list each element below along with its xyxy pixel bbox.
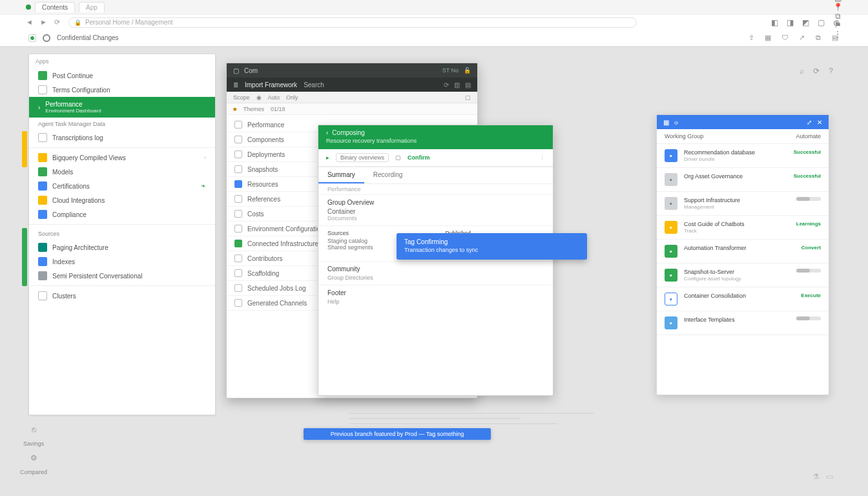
sidebar-item-terms[interactable]: Terms Configuration — [29, 83, 215, 97]
chip[interactable]: Binary overviews — [336, 153, 389, 162]
sub-label[interactable]: Themes — [243, 106, 264, 112]
col-right: Automate — [796, 133, 821, 140]
sidebar-item-bigquery[interactable]: Bigquery Compiled Views › — [29, 150, 215, 165]
tag-callout[interactable]: Tag Confirming Transaction changes to sy… — [397, 233, 587, 260]
activity-item[interactable]: ▪ Container Consolidation Execute — [657, 287, 829, 311]
help-icon[interactable]: ? — [829, 67, 833, 76]
more-icon[interactable]: ⋮ — [539, 154, 545, 161]
chip-confirm[interactable]: Confirm — [408, 154, 430, 161]
back-icon[interactable]: ◄ — [26, 18, 35, 27]
sidebar-item-label: Bigquery Compiled Views — [52, 154, 126, 161]
tab-summary[interactable]: Summary — [318, 167, 364, 183]
play-icon[interactable]: ▸ — [326, 154, 329, 161]
item-bar — [796, 197, 821, 201]
strip-label[interactable]: Auto — [268, 94, 280, 101]
item-sub: Track — [684, 228, 790, 234]
phone-icon[interactable]: ⌕ — [800, 67, 804, 76]
close-icon[interactable]: ✕ — [817, 119, 822, 126]
grid-icon — [38, 291, 47, 300]
ext2-icon[interactable]: ◨ — [787, 18, 796, 27]
tool-link-icon[interactable]: ↗ — [797, 34, 806, 42]
sidebar-item-indexes[interactable]: Indexes — [29, 254, 215, 269]
reload-icon[interactable]: ⟳ — [54, 18, 63, 27]
sidebar-item-search[interactable]: Semi Persistent Conversational — [29, 269, 215, 283]
grid-icon[interactable]: ▦ — [663, 119, 669, 126]
activity-item[interactable]: ▪ Recommendation database Driver bundleS… — [657, 144, 829, 168]
radio-icon[interactable]: ◉ — [256, 94, 262, 101]
item-sub: Configure asset topology — [684, 276, 790, 282]
pin-icon[interactable]: 📍 — [833, 3, 842, 12]
toolbar-search[interactable]: Search — [304, 81, 324, 88]
exit-icon[interactable]: ⎋ — [32, 425, 36, 434]
activity-item[interactable]: ▪ Support Infrastructure Management — [657, 192, 829, 216]
inspector-titlebar[interactable]: ▢ Com ST No 🔓 — [227, 63, 477, 78]
tool-doc-icon[interactable]: ▤ — [831, 34, 840, 42]
sidebar-item-performance[interactable]: › Performance Environment Dashboard — [29, 97, 215, 118]
bottle2-icon[interactable]: ⚗ — [812, 472, 820, 481]
sidebar-item-paging[interactable]: Paging Architecture — [29, 240, 215, 254]
sidebar-item-label: Models — [52, 169, 73, 176]
browser-tab-2[interactable]: App — [79, 2, 105, 12]
item-label: Performance — [247, 121, 284, 129]
sidebar-accent-2 — [22, 228, 27, 286]
sidebar-item-compliance[interactable]: Compliance — [29, 207, 215, 222]
app-logo-icon — [28, 34, 36, 42]
activity-item[interactable]: ▪ Automation Transformer Convert — [657, 240, 829, 264]
db-icon — [38, 243, 47, 252]
browser-tab-1[interactable]: Contents — [35, 2, 75, 12]
toolbar-label[interactable]: Import Framework — [245, 81, 297, 88]
mic-icon[interactable]: ⌾ — [674, 119, 678, 126]
address-field[interactable]: 🔒 Personal Home / Management — [68, 17, 637, 28]
sidebar-item-models[interactable]: Models — [29, 165, 215, 179]
headset-icon[interactable]: ⟳ — [813, 67, 820, 76]
activity-panel: ▦ ⌾ ⤢ ✕ Working Group Automate ▪ Recomme… — [656, 114, 829, 395]
item-icon — [234, 165, 242, 173]
item-label: Deployments — [247, 151, 285, 158]
sidebar-item-clusters[interactable]: Clusters — [29, 289, 215, 303]
tool-shield-icon[interactable]: 🛡 — [780, 34, 789, 42]
sidebar-item-transcriptions[interactable]: Transcriptions log — [29, 130, 215, 145]
activity-item[interactable]: ▪ Snapshot-to-Server Configure asset top… — [657, 264, 829, 287]
activity-item[interactable]: ▪ Org Asset Governance Successful — [657, 168, 829, 192]
compose-mini: Performance — [318, 184, 553, 195]
list-icon[interactable]: ≣ — [233, 81, 238, 88]
avatar-icon[interactable]: ◍ — [833, 18, 842, 27]
tool-share-icon[interactable]: ⇪ — [747, 34, 756, 42]
strip-label[interactable]: Only — [286, 94, 298, 101]
item-icon — [234, 299, 242, 307]
item-title: Recommendation database — [684, 149, 787, 156]
sidebar-item-cloud[interactable]: Cloud Integrations — [29, 193, 215, 207]
ext3-icon[interactable]: ◩ — [802, 18, 811, 27]
sidebar-item-post[interactable]: Post Continue — [29, 68, 215, 83]
forward-icon[interactable]: ► — [40, 18, 49, 27]
tab-recording[interactable]: Recording — [364, 167, 412, 183]
sidebar-item-label: Indexes — [52, 258, 75, 265]
tool-clip-icon[interactable]: ▦ — [763, 34, 772, 42]
status-pill[interactable]: Previous branch featured by Prod — Tag s… — [304, 428, 491, 440]
activity-item[interactable]: ▪ Cost Guide of Chatbots TrackLearnings — [657, 216, 829, 240]
chevron-left-icon[interactable]: ‹ — [326, 129, 328, 136]
breadcrumb[interactable]: Confidential Changes — [57, 34, 119, 41]
tool-copy-icon[interactable]: ⧉ — [814, 34, 823, 42]
screen-icon[interactable]: ▭ — [826, 472, 833, 481]
sidebar-item-certs[interactable]: Certifications ❧ — [29, 179, 215, 193]
ext4-icon[interactable]: ▢ — [818, 18, 827, 27]
item-tag: Execute — [801, 293, 821, 298]
sidebar-section-apps: Apps — [29, 54, 215, 68]
compose-banner: ‹Composing Resource recovery transformat… — [318, 125, 553, 149]
block-heading: Group Overview — [327, 199, 544, 206]
block-heading: Footer — [327, 289, 544, 296]
item-icon: ▪ — [665, 173, 677, 186]
square-icon[interactable]: ▢ — [465, 94, 471, 101]
panel-icon[interactable]: ▥ — [454, 81, 460, 88]
strip-label[interactable]: Scope — [233, 94, 250, 101]
activity-item[interactable]: ▪ Interface Templates — [657, 311, 829, 335]
expand-icon[interactable]: ⤢ — [807, 119, 812, 126]
inspector-strip: Scope ◉ Auto Only ▢ — [227, 92, 477, 103]
settings-icon[interactable]: ⚙ — [30, 453, 37, 462]
item-title: Container Consolidation — [684, 293, 794, 299]
split-icon[interactable]: ▤ — [465, 81, 471, 88]
refresh-icon[interactable]: ⟳ — [444, 81, 449, 88]
ext1-icon[interactable]: ◧ — [771, 18, 780, 27]
sub-date: 01/18 — [271, 106, 285, 112]
